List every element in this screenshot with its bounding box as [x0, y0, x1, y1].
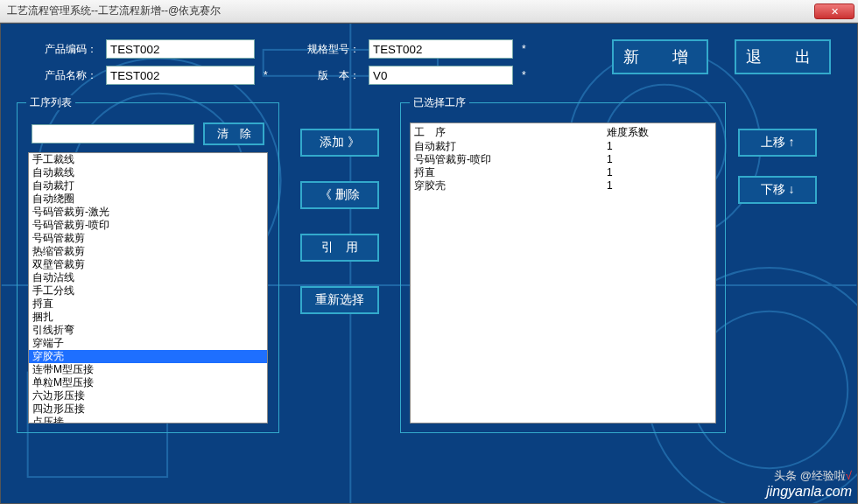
add-button[interactable]: 添加 》 — [300, 129, 379, 157]
list-item[interactable]: 号码管裁剪 — [29, 232, 267, 245]
table-row[interactable]: 自动裁打1 — [411, 140, 715, 153]
list-item[interactable]: 手工分线 — [29, 284, 267, 298]
selected-process-legend: 已选择工序 — [410, 95, 469, 110]
table-row[interactable]: 捋直1 — [411, 166, 715, 179]
list-item[interactable]: 点压接 — [29, 416, 267, 423]
version-label: 版 本： — [290, 68, 360, 83]
list-item[interactable]: 穿端子 — [29, 337, 267, 350]
required-star: * — [522, 43, 539, 55]
filter-input[interactable] — [32, 124, 194, 144]
list-item[interactable]: 号码管裁剪-激光 — [29, 206, 267, 219]
remove-button[interactable]: 《 删除 — [300, 181, 379, 209]
list-item[interactable]: 捋直 — [29, 298, 267, 311]
process-list-legend: 工序列表 — [26, 95, 75, 110]
move-up-button[interactable]: 上移 ↑ — [738, 129, 817, 157]
list-item[interactable]: 热缩管裁剪 — [29, 245, 267, 258]
watermark-brand: 头条 @经验啦√ — [774, 468, 852, 484]
product-code-label: 产品编码： — [27, 42, 97, 57]
process-list-group: 工序列表 清 除 手工裁线自动裁线自动裁打自动绕圈号码管裁剪-激光号码管裁剪-喷… — [17, 102, 279, 433]
list-item[interactable]: 引线折弯 — [29, 324, 267, 337]
list-item[interactable]: 六边形压接 — [29, 389, 267, 402]
window-title: 工艺流程管理系统--工艺流程新增--@依克赛尔 — [7, 4, 814, 18]
list-item[interactable]: 穿胶壳 — [29, 350, 267, 363]
product-code-input[interactable] — [106, 39, 255, 59]
col-coef: 难度系数 — [607, 125, 649, 140]
list-item[interactable]: 手工裁线 — [29, 153, 267, 166]
required-star: * — [264, 69, 281, 81]
col-process: 工 序 — [414, 125, 607, 140]
required-star: * — [522, 69, 539, 81]
product-name-label: 产品名称： — [27, 68, 97, 83]
selected-process-group: 已选择工序 工 序 难度系数 自动裁打1号码管裁剪-喷印1捋直1穿胶壳1 — [400, 102, 726, 433]
list-item[interactable]: 自动沾线 — [29, 271, 267, 284]
list-item[interactable]: 捆扎 — [29, 311, 267, 324]
list-item[interactable]: 单粒M型压接 — [29, 376, 267, 389]
process-listbox[interactable]: 手工裁线自动裁线自动裁打自动绕圈号码管裁剪-激光号码管裁剪-喷印号码管裁剪热缩管… — [28, 152, 268, 424]
spec-input[interactable] — [369, 39, 513, 59]
table-row[interactable]: 号码管裁剪-喷印1 — [411, 153, 715, 166]
watermark-site: jingyanla.com — [766, 484, 852, 500]
reselect-button[interactable]: 重新选择 — [300, 286, 379, 314]
list-item[interactable]: 连带M型压接 — [29, 363, 267, 376]
list-item[interactable]: 自动绕圈 — [29, 192, 267, 206]
list-item[interactable]: 四边形压接 — [29, 402, 267, 416]
list-item[interactable]: 号码管裁剪-喷印 — [29, 219, 267, 232]
list-item[interactable]: 自动裁线 — [29, 166, 267, 179]
selected-table[interactable]: 工 序 难度系数 自动裁打1号码管裁剪-喷印1捋直1穿胶壳1 — [410, 122, 716, 424]
exit-button[interactable]: 退 出 — [735, 39, 831, 74]
spec-label: 规格型号： — [290, 42, 360, 57]
table-row[interactable]: 穿胶壳1 — [411, 179, 715, 192]
list-item[interactable]: 双壁管裁剪 — [29, 258, 267, 271]
quote-button[interactable]: 引 用 — [300, 234, 379, 262]
move-down-button[interactable]: 下移 ↓ — [738, 176, 817, 204]
version-input[interactable] — [369, 66, 513, 85]
clear-button[interactable]: 清 除 — [203, 122, 264, 145]
list-item[interactable]: 自动裁打 — [29, 179, 267, 192]
product-name-input[interactable] — [106, 66, 255, 85]
new-button[interactable]: 新 增 — [612, 39, 708, 74]
close-button[interactable]: ✕ — [814, 4, 854, 19]
